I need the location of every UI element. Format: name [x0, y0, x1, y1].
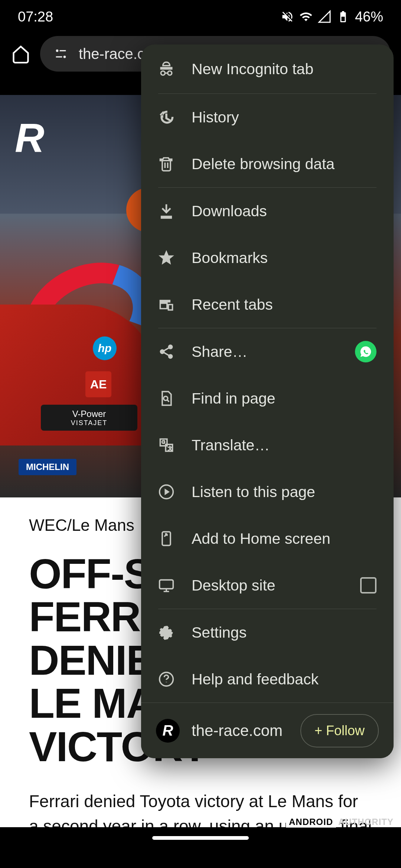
menu-label: Translate…	[192, 437, 270, 454]
menu-label: New Incognito tab	[192, 60, 313, 78]
battery-percent: 46%	[355, 9, 383, 25]
svg-point-5	[160, 350, 164, 354]
watermark: ANDROIDAUTHORITY	[286, 817, 396, 827]
menu-settings[interactable]: Settings	[141, 609, 394, 656]
follow-button[interactable]: + Follow	[300, 714, 379, 747]
menu-new-incognito[interactable]: New Incognito tab	[141, 45, 394, 93]
menu-find-in-page[interactable]: Find in page	[141, 375, 394, 422]
menu-desktop-site[interactable]: Desktop site	[141, 562, 394, 609]
whatsapp-icon	[355, 341, 376, 362]
download-icon	[158, 203, 175, 219]
menu-label: Desktop site	[192, 577, 276, 594]
devices-icon	[158, 296, 175, 313]
help-icon	[158, 671, 175, 687]
translate-icon: G文	[158, 437, 175, 453]
menu-label: Listen to this page	[192, 483, 315, 501]
star-icon	[158, 250, 175, 266]
menu-footer: R the-race.com + Follow	[141, 703, 394, 758]
status-bar: 07:28 46%	[0, 0, 401, 33]
follow-label: Follow	[326, 723, 365, 739]
cell-signal-icon	[318, 10, 331, 23]
hp-badge: hp	[93, 336, 117, 360]
menu-label: Find in page	[192, 390, 276, 407]
menu-bookmarks[interactable]: Bookmarks	[141, 234, 394, 281]
status-time: 07:28	[18, 9, 53, 25]
home-icon	[11, 44, 30, 63]
svg-point-6	[169, 354, 173, 358]
home-button[interactable]	[10, 43, 31, 64]
share-icon	[158, 343, 175, 360]
menu-label: Add to Home screen	[192, 530, 330, 548]
svg-point-2	[63, 56, 66, 58]
menu-share[interactable]: Share…	[141, 328, 394, 375]
desktop-checkbox[interactable]	[360, 577, 376, 594]
svg-rect-1	[60, 50, 66, 51]
sponsor-strip: V-Power VISTAJET	[41, 405, 137, 431]
plus-icon: +	[314, 723, 322, 739]
menu-delete-data[interactable]: Delete browsing data	[141, 141, 394, 187]
nav-pill[interactable]	[152, 836, 249, 840]
ae-badge: AE	[85, 371, 111, 397]
menu-label: History	[192, 109, 239, 126]
menu-label: Bookmarks	[192, 249, 268, 267]
menu-label: Help and feedback	[192, 671, 319, 688]
status-icons: 46%	[281, 9, 383, 25]
wifi-icon	[299, 10, 313, 23]
incognito-icon	[158, 61, 175, 77]
menu-downloads[interactable]: Downloads	[141, 188, 394, 234]
site-logo: R	[15, 114, 56, 155]
svg-text:文: 文	[168, 445, 173, 451]
find-icon	[158, 390, 175, 407]
svg-point-4	[169, 345, 173, 349]
menu-label: Recent tabs	[192, 296, 273, 313]
menu-add-home[interactable]: Add to Home screen	[141, 515, 394, 562]
url-text: the-race.c	[79, 46, 145, 62]
svg-rect-12	[160, 580, 173, 589]
nav-bar: ANDROIDAUTHORITY	[0, 827, 401, 868]
play-circle-icon	[158, 484, 175, 500]
site-favicon: R	[156, 719, 180, 743]
menu-translate[interactable]: G文 Translate…	[141, 422, 394, 468]
svg-rect-3	[56, 56, 62, 57]
gear-icon	[158, 624, 175, 641]
chrome-menu: New Incognito tab History Delete browsin…	[141, 45, 394, 758]
battery-icon	[336, 10, 350, 23]
menu-history[interactable]: History	[141, 94, 394, 141]
svg-point-0	[56, 49, 59, 52]
site-settings-icon	[53, 46, 68, 61]
menu-listen[interactable]: Listen to this page	[141, 468, 394, 515]
site-name[interactable]: the-race.com	[192, 722, 288, 740]
svg-text:G: G	[162, 439, 165, 445]
history-icon	[158, 109, 175, 125]
trash-icon	[158, 156, 175, 172]
menu-label: Delete browsing data	[192, 155, 335, 173]
menu-label: Settings	[192, 624, 247, 641]
mute-icon	[281, 10, 294, 23]
add-home-icon	[158, 530, 175, 547]
menu-label: Downloads	[192, 203, 267, 220]
menu-help[interactable]: Help and feedback	[141, 656, 394, 703]
michelin-badge: MICHELIN	[19, 459, 76, 475]
menu-label: Share…	[192, 343, 247, 361]
desktop-icon	[158, 577, 175, 594]
menu-recent-tabs[interactable]: Recent tabs	[141, 281, 394, 328]
